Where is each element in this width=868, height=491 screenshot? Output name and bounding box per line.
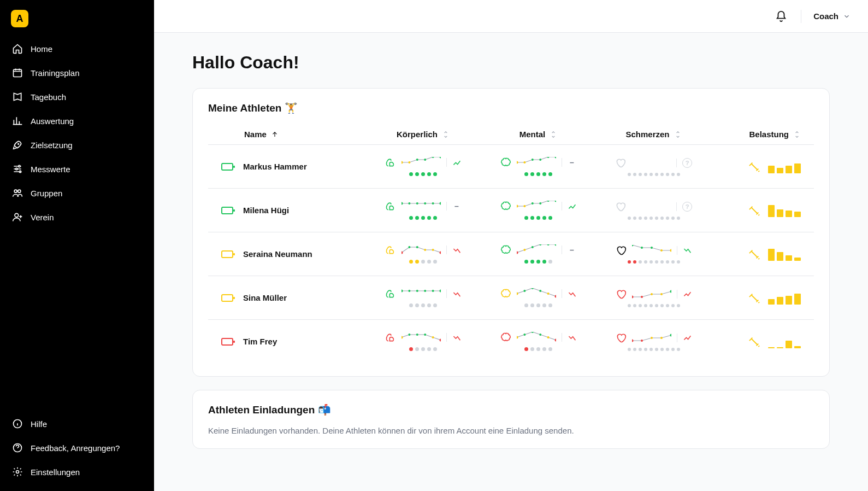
svg-point-10 [16, 471, 19, 474]
rating-dots [409, 260, 437, 264]
app-logo[interactable]: A [11, 10, 28, 27]
main-nav: HomeTrainingsplanTagebuchAuswertungZiels… [0, 37, 154, 229]
sidebar-item-sliders[interactable]: Messwerte [4, 157, 150, 180]
rating-dots [628, 304, 680, 307]
svg-point-69 [401, 336, 403, 339]
pain-icon [615, 201, 626, 212]
physical-cell [368, 157, 479, 176]
help-icon: ? [682, 158, 692, 168]
main-area: Coach Hallo Coach! Meine Athleten 🏋️ Nam… [154, 0, 868, 491]
sort-icon [674, 131, 682, 138]
rating-dots [409, 216, 437, 220]
load-bars [768, 248, 801, 261]
sidebar-item-chart[interactable]: Auswertung [4, 109, 150, 132]
svg-point-61 [539, 290, 541, 292]
notifications-button[interactable] [771, 7, 791, 26]
mental-icon [500, 332, 511, 343]
sort-icon [793, 131, 801, 138]
table-row[interactable]: Seraina Neumann – [208, 232, 814, 276]
sliders-icon [12, 163, 23, 174]
pain-cell: ? [598, 201, 709, 220]
load-cell [713, 248, 801, 261]
topbar: Coach [154, 0, 868, 33]
rating-dots [524, 216, 552, 220]
col-pain[interactable]: Schmerzen [598, 130, 709, 139]
svg-point-54 [416, 290, 418, 292]
dumbbell-icon [748, 161, 760, 173]
table-body: Markus Hammer – ? [208, 144, 814, 363]
svg-point-15 [432, 157, 434, 158]
pain-cell [598, 289, 709, 307]
name-cell: Sina Müller [221, 293, 363, 302]
sparkline-empty [631, 201, 671, 212]
svg-point-66 [651, 293, 653, 295]
table-row[interactable]: Sina Müller [208, 276, 814, 319]
svg-point-33 [547, 201, 550, 202]
trend-flat-icon: – [452, 202, 461, 211]
help-icon: ? [682, 202, 692, 212]
trend-flat-icon: – [568, 245, 576, 254]
sidebar-item-gear[interactable]: Einstellungen [4, 460, 150, 483]
load-bars [768, 160, 801, 173]
svg-point-41 [517, 252, 518, 254]
table-row[interactable]: Tim Frey [208, 319, 814, 363]
table-row[interactable]: Markus Hammer – ? [208, 144, 814, 188]
svg-point-55 [424, 290, 426, 292]
sidebar-item-label: Tagebuch [31, 92, 66, 102]
physical-icon [385, 244, 396, 255]
rating-dots [409, 303, 437, 307]
question-icon [12, 442, 23, 453]
sidebar-item-groups[interactable]: Gruppen [4, 182, 150, 204]
svg-point-7 [15, 213, 19, 217]
pain-icon [616, 245, 627, 256]
svg-point-13 [416, 159, 418, 161]
svg-point-6 [18, 190, 21, 192]
table-row[interactable]: Milena Hügi – ? [208, 188, 814, 232]
sparkline [401, 157, 441, 168]
pain-icon [615, 157, 626, 168]
svg-point-73 [432, 336, 434, 338]
svg-point-83 [651, 337, 653, 339]
svg-point-76 [523, 334, 525, 336]
col-mental[interactable]: Mental [483, 130, 594, 139]
svg-point-85 [670, 334, 672, 336]
sort-icon [550, 131, 557, 138]
sidebar-item-book[interactable]: Tagebuch [4, 85, 150, 108]
sidebar-item-label: Messwerte [31, 165, 70, 174]
sparkline [401, 288, 441, 299]
col-physical[interactable]: Körperlich [368, 130, 479, 139]
athlete-name: Milena Hügi [243, 206, 289, 215]
col-load[interactable]: Belastung [713, 130, 801, 139]
sidebar-item-calendar[interactable]: Trainingsplan [4, 61, 150, 84]
calendar-icon [12, 67, 23, 78]
svg-point-51 [670, 249, 672, 252]
load-cell [713, 204, 801, 217]
svg-point-67 [660, 293, 663, 295]
physical-icon [385, 201, 396, 212]
athletes-card-title: Meine Athleten 🏋️ [208, 102, 814, 114]
physical-cell [368, 288, 479, 307]
svg-point-56 [432, 290, 434, 292]
name-cell: Seraina Neumann [221, 249, 363, 259]
sidebar-item-user-plus[interactable]: Verein [4, 206, 150, 229]
battery-icon [221, 207, 233, 214]
sidebar-item-question[interactable]: Feedback, Anregungen? [4, 436, 150, 459]
svg-point-29 [517, 205, 518, 208]
sidebar-item-label: Verein [31, 213, 54, 222]
athlete-name: Markus Hammer [243, 162, 307, 171]
mental-cell: – [483, 157, 594, 176]
name-cell: Markus Hammer [221, 162, 363, 171]
sidebar-item-rocket[interactable]: Zielsetzung [4, 133, 150, 156]
user-menu[interactable]: Coach [811, 8, 853, 24]
pain-icon [616, 289, 627, 300]
sidebar-item-home[interactable]: Home [4, 37, 150, 60]
col-name[interactable]: Name [221, 130, 363, 139]
sparkline [401, 201, 441, 212]
battery-icon [221, 294, 233, 302]
svg-point-77 [532, 332, 534, 333]
athlete-name: Seraina Neumann [243, 249, 312, 259]
sidebar-item-info[interactable]: Hilfe [4, 412, 150, 435]
mental-icon [500, 157, 511, 168]
svg-rect-0 [14, 69, 22, 77]
pain-cell: ? [598, 157, 709, 176]
